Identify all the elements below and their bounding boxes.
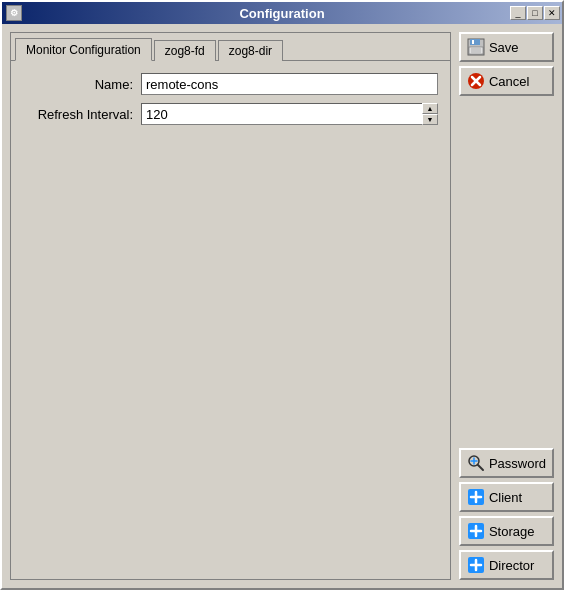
top-buttons: Save Cancel	[459, 32, 554, 96]
director-icon	[467, 556, 485, 574]
svg-rect-1	[470, 39, 480, 45]
spinner-buttons: ▲ ▼	[422, 103, 438, 125]
director-button[interactable]: Director	[459, 550, 554, 580]
side-panel: Save Cancel	[459, 32, 554, 580]
storage-icon	[467, 522, 485, 540]
save-icon	[467, 38, 485, 56]
cancel-button[interactable]: Cancel	[459, 66, 554, 96]
storage-label: Storage	[489, 524, 535, 539]
main-panel: Monitor Configuration zog8-fd zog8-dir N…	[10, 32, 451, 580]
svg-rect-4	[471, 48, 481, 53]
cancel-label: Cancel	[489, 74, 529, 89]
password-icon	[467, 454, 485, 472]
refresh-spinner: ▲ ▼	[141, 103, 438, 125]
tab-zog8fd[interactable]: zog8-fd	[154, 40, 216, 61]
svg-rect-2	[472, 40, 474, 44]
svg-line-9	[478, 465, 483, 470]
name-row: Name:	[23, 73, 438, 95]
tab-content: Name: Refresh Interval: ▲ ▼	[11, 60, 450, 579]
password-label: Password	[489, 456, 546, 471]
spinner-up-button[interactable]: ▲	[422, 103, 438, 114]
refresh-input[interactable]	[141, 103, 422, 125]
cancel-icon	[467, 72, 485, 90]
titlebar: ⚙ Configuration _ □ ✕	[2, 2, 562, 24]
tab-zog8dir[interactable]: zog8-dir	[218, 40, 283, 61]
main-window: ⚙ Configuration _ □ ✕ Monitor Configurat…	[0, 0, 564, 590]
content-area: Monitor Configuration zog8-fd zog8-dir N…	[2, 24, 562, 588]
client-icon	[467, 488, 485, 506]
titlebar-controls: _ □ ✕	[510, 6, 560, 20]
client-button[interactable]: Client	[459, 482, 554, 512]
storage-button[interactable]: Storage	[459, 516, 554, 546]
password-button[interactable]: Password	[459, 448, 554, 478]
minimize-button[interactable]: _	[510, 6, 526, 20]
close-button[interactable]: ✕	[544, 6, 560, 20]
tab-monitor-configuration[interactable]: Monitor Configuration	[15, 38, 152, 61]
refresh-label: Refresh Interval:	[23, 107, 133, 122]
director-label: Director	[489, 558, 535, 573]
window-icon: ⚙	[6, 5, 22, 21]
window-title: Configuration	[239, 6, 324, 21]
save-label: Save	[489, 40, 519, 55]
bottom-buttons: Password Client	[459, 448, 554, 580]
spinner-down-button[interactable]: ▼	[422, 114, 438, 125]
client-label: Client	[489, 490, 522, 505]
refresh-row: Refresh Interval: ▲ ▼	[23, 103, 438, 125]
name-label: Name:	[23, 77, 133, 92]
save-button[interactable]: Save	[459, 32, 554, 62]
name-input[interactable]	[141, 73, 438, 95]
tab-bar: Monitor Configuration zog8-fd zog8-dir	[11, 33, 450, 60]
maximize-button[interactable]: □	[527, 6, 543, 20]
